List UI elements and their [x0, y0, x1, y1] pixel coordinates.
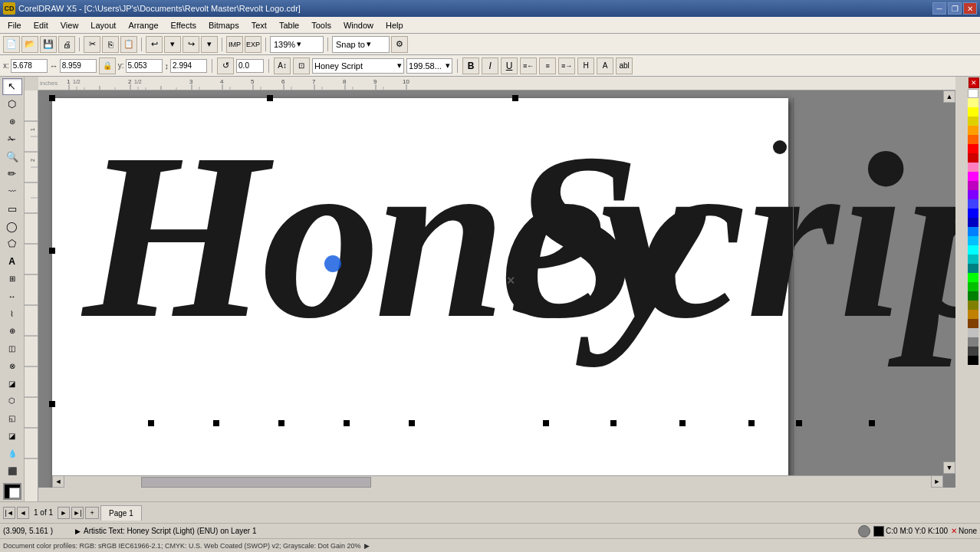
swatch-teal2[interactable] [968, 264, 978, 273]
handle-tl[interactable] [49, 95, 55, 101]
page-prev[interactable]: ◄ [17, 507, 29, 519]
zoom-tool[interactable]: 🔍 [2, 148, 22, 165]
swatch-red2[interactable] [968, 153, 978, 163]
page-last[interactable]: ►| [71, 507, 84, 519]
swatch-yellow2[interactable] [968, 107, 978, 117]
page-next[interactable]: ► [58, 507, 70, 519]
dimension-tool[interactable]: ↔ [2, 288, 22, 304]
menu-layout[interactable]: Layout [84, 19, 122, 31]
swatch-orange1[interactable] [968, 126, 978, 135]
redo-button[interactable]: ↪ [183, 36, 199, 53]
new-button[interactable]: 📄 [3, 36, 20, 53]
handle-bm2[interactable] [213, 420, 219, 426]
connector-tool[interactable]: ⌇ [2, 305, 22, 322]
swatch-cyan1[interactable] [968, 227, 978, 236]
menu-tools[interactable]: Tools [305, 19, 337, 31]
handle-bm3[interactable] [278, 420, 284, 426]
swatch-pink2[interactable] [968, 172, 978, 181]
handle-ml[interactable] [49, 248, 55, 254]
export-button[interactable]: EXP [245, 36, 261, 53]
save-button[interactable]: 💾 [40, 36, 57, 53]
menu-text[interactable]: Text [245, 19, 273, 31]
height-input[interactable] [170, 59, 207, 73]
handle-bb-m2[interactable] [679, 420, 686, 426]
title-bar-controls[interactable]: ─ ❐ ✕ [932, 2, 977, 15]
page-tab[interactable]: Page 1 [100, 505, 142, 521]
swatch-blue2[interactable] [968, 209, 978, 218]
swatch-cyan2[interactable] [968, 236, 978, 245]
swatch-yellow3[interactable] [968, 117, 978, 126]
handle-tr[interactable] [512, 95, 518, 101]
restore-button[interactable]: ❐ [948, 2, 962, 15]
smear-tool[interactable]: ⊛ [2, 113, 22, 130]
undo-button[interactable]: ↩ [146, 36, 163, 53]
transparency-tool[interactable]: ◪ [2, 428, 22, 445]
minimize-button[interactable]: ─ [932, 2, 946, 15]
swatch-brown2[interactable] [968, 319, 978, 328]
handle-bm5[interactable] [409, 420, 415, 426]
handle-bb-mr[interactable] [796, 420, 802, 426]
swatch-green1[interactable] [968, 273, 978, 282]
handle-tm[interactable] [267, 95, 273, 101]
swatch-blue3[interactable] [968, 218, 978, 227]
align-center[interactable]: ≡ [539, 58, 556, 74]
width-input[interactable] [60, 59, 97, 73]
distort-tool[interactable]: ⊗ [2, 358, 22, 375]
swatch-gray1[interactable] [968, 328, 978, 337]
close-button[interactable]: ✕ [963, 2, 977, 15]
angle-input[interactable] [236, 59, 264, 73]
swatch-gray2[interactable] [968, 337, 978, 347]
text-frame-btn[interactable]: ⊡ [293, 58, 310, 74]
menu-arrange[interactable]: Arrange [122, 19, 164, 31]
canvas-area[interactable]: Honey Script ✕ [38, 90, 955, 488]
swatch-cyan3[interactable] [968, 245, 978, 255]
selection-tool[interactable]: ↖ [2, 78, 22, 95]
handle-bb-r[interactable] [869, 420, 875, 426]
menu-file[interactable]: File [2, 19, 28, 31]
swatch-blue1[interactable] [968, 199, 978, 209]
extrude-tool[interactable]: ◱ [2, 410, 22, 427]
underline-button[interactable]: U [501, 58, 518, 74]
scroll-left-btn[interactable]: ◄ [52, 475, 64, 488]
envelope-tool[interactable]: ⬡ [2, 393, 22, 409]
snap-settings[interactable]: ⚙ [391, 36, 408, 53]
color-selector[interactable] [3, 483, 21, 500]
swatch-teal1[interactable] [968, 255, 978, 264]
scroll-down-btn[interactable]: ▼ [943, 462, 955, 474]
swatch-green3[interactable] [968, 291, 978, 301]
paste-button[interactable]: 📋 [120, 36, 137, 53]
text-edit-btn3[interactable]: abl [616, 58, 633, 74]
table-tool[interactable]: ⊞ [2, 271, 22, 288]
italic-button[interactable]: I [482, 58, 498, 74]
handle-bb-m1[interactable] [610, 420, 617, 426]
copy-button[interactable]: ⎘ [102, 36, 119, 53]
palette-close[interactable]: ✕ [968, 77, 979, 88]
swatch-white[interactable] [968, 89, 978, 98]
handle-bm[interactable] [148, 420, 154, 426]
fill-tool[interactable]: ⬛ [2, 462, 22, 479]
crop-tool[interactable]: ✁ [2, 130, 22, 147]
handle-bl[interactable] [49, 401, 55, 407]
swatch-green2[interactable] [968, 282, 978, 291]
swatch-brown1[interactable] [968, 310, 978, 319]
polygon-tool[interactable]: ⬠ [2, 235, 22, 252]
page-first[interactable]: |◄ [3, 507, 15, 519]
text-tool[interactable]: A [2, 253, 22, 270]
shadow-tool[interactable]: ◪ [2, 375, 22, 392]
ellipse-tool[interactable]: ◯ [2, 218, 22, 235]
swatch-orange2[interactable] [968, 135, 978, 144]
menu-edit[interactable]: Edit [28, 19, 54, 31]
x-input[interactable] [11, 59, 48, 73]
bold-button[interactable]: B [462, 58, 479, 74]
swatch-pink1[interactable] [968, 163, 978, 172]
rectangle-tool[interactable]: ▭ [2, 200, 22, 217]
swatch-yellow1[interactable] [968, 98, 978, 107]
menu-help[interactable]: Help [380, 19, 409, 31]
menu-bitmaps[interactable]: Bitmaps [202, 19, 245, 31]
blend-tool[interactable]: ⊕ [2, 323, 22, 340]
menu-view[interactable]: View [54, 19, 85, 31]
zoom-dropdown[interactable]: 139% ▾ [270, 36, 324, 53]
swatch-black[interactable] [968, 356, 978, 365]
menu-table[interactable]: Table [273, 19, 305, 31]
font-dropdown[interactable]: Honey Script ▾ [312, 58, 404, 74]
